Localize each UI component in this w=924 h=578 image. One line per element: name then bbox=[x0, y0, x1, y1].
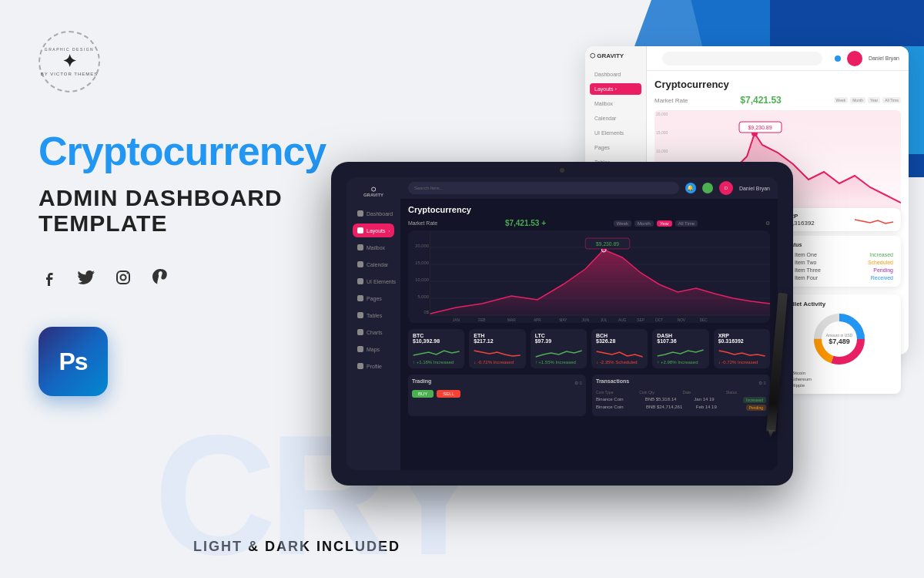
xrp-mini-chart bbox=[718, 346, 765, 360]
ltc-change: ↑ +1.55% Increased bbox=[535, 360, 582, 365]
sidebar-label-charts: Charts bbox=[367, 330, 383, 335]
tab-year[interactable]: Year bbox=[657, 220, 672, 227]
svg-text:$9,230.89: $9,230.89 bbox=[748, 125, 772, 130]
sidebar-item-calendar[interactable]: Calendar bbox=[353, 257, 394, 271]
sidebar-item-mailbox[interactable]: Mailbox bbox=[353, 240, 394, 254]
pages-icon bbox=[357, 295, 363, 301]
sidebar-item-profile[interactable]: Profile bbox=[353, 359, 394, 373]
social-pinterest[interactable] bbox=[149, 267, 171, 288]
photoshop-circle: Ps bbox=[38, 327, 108, 396]
notif-dot-icon[interactable] bbox=[702, 183, 713, 193]
social-instagram[interactable] bbox=[112, 267, 134, 288]
light-search[interactable] bbox=[662, 52, 822, 66]
sidebar-item-tables[interactable]: Tables bbox=[353, 308, 394, 322]
light-nav-ui[interactable]: UI Elements bbox=[590, 127, 641, 139]
light-tab-month[interactable]: Month bbox=[850, 97, 865, 103]
sidebar-item-ui[interactable]: UI Elements bbox=[353, 274, 394, 288]
eth-symbol: ETH bbox=[474, 333, 521, 338]
search-placeholder: Search here... bbox=[414, 186, 444, 190]
bch-change: ↓ -2.35% Scheduled bbox=[596, 360, 643, 365]
svg-text:$9,230.89: $9,230.89 bbox=[596, 241, 619, 247]
light-nav-layouts[interactable]: Layouts › bbox=[590, 83, 641, 95]
chart-y-20000: 20,000 bbox=[656, 112, 668, 116]
tables-icon bbox=[357, 312, 363, 318]
btc-change: ↑ +1.18% Increased bbox=[413, 360, 460, 365]
svg-text:DEC: DEC bbox=[700, 318, 708, 322]
light-tab-week[interactable]: Week bbox=[834, 97, 849, 103]
svg-text:SEP: SEP bbox=[637, 318, 644, 322]
tablet-inner: ⬡ GRAVITY Dashboard Layouts › Mailbox bbox=[346, 177, 778, 470]
sidebar-item-layouts[interactable]: Layouts › bbox=[353, 223, 394, 237]
svg-text:JUL: JUL bbox=[601, 318, 608, 322]
right-xrp-chart bbox=[855, 213, 893, 226]
ui-icon bbox=[357, 278, 363, 284]
light-nav-mailbox[interactable]: Mailbox bbox=[590, 98, 641, 109]
tab-month[interactable]: Month bbox=[634, 220, 654, 227]
dash-content: Cryptocurrency Market Rate $7,421.53 + W… bbox=[400, 199, 778, 470]
tablet-camera bbox=[560, 168, 564, 173]
tablet-sidebar: ⬡ GRAVITY Dashboard Layouts › Mailbox bbox=[346, 177, 400, 470]
sidebar-label-mailbox: Mailbox bbox=[367, 245, 385, 250]
social-facebook[interactable] bbox=[38, 267, 60, 288]
transactions-settings-icon[interactable]: ⚙ ≡ bbox=[758, 380, 766, 385]
buy-tab[interactable]: BUY bbox=[412, 390, 434, 398]
light-nav-pages[interactable]: Pages bbox=[590, 142, 641, 153]
coin-dash: DASH $107.36 ↑ +2.98% Increased bbox=[652, 329, 708, 368]
svg-text:5,000: 5,000 bbox=[417, 294, 429, 299]
donut-chart: Amount in USD $7,489 bbox=[812, 312, 866, 366]
donut-amount: $7,489 bbox=[829, 338, 850, 345]
sidebar-item-maps[interactable]: Maps bbox=[353, 342, 394, 356]
right-card-xrp1: XRP $0,316392 bbox=[778, 208, 901, 231]
light-market-row: Market Rate $7,421.53 Week Month Year Al… bbox=[654, 95, 901, 106]
status-list-card: Status Bin Item One Increased Bin Item T… bbox=[778, 236, 901, 287]
light-tab-year[interactable]: Year bbox=[868, 97, 880, 103]
brand-text-bottom: BY VICTOR THEMES bbox=[41, 72, 99, 76]
sidebar-item-charts[interactable]: Charts bbox=[353, 325, 394, 339]
status-list-title: Status bbox=[785, 242, 893, 247]
svg-text:JUN: JUN bbox=[582, 318, 590, 322]
bch-price: $326.28 bbox=[596, 338, 643, 344]
tab-week[interactable]: Week bbox=[614, 220, 631, 227]
col-coin-qty: Coin Qty bbox=[639, 390, 679, 395]
svg-text:0$: 0$ bbox=[424, 310, 429, 314]
light-nav-logo: ⬡ GRAVITY bbox=[590, 52, 641, 59]
light-notif-icon[interactable] bbox=[835, 55, 841, 62]
tablet-search[interactable]: Search here... bbox=[408, 182, 679, 194]
donut-center: Amount in USD $7,489 bbox=[812, 312, 866, 366]
svg-point-2 bbox=[127, 273, 129, 274]
sell-tab[interactable]: SELL bbox=[437, 390, 460, 398]
trans-date2: Feb 14 19 bbox=[696, 405, 743, 411]
sidebar-label-layouts: Layouts bbox=[367, 228, 386, 234]
charts-icon bbox=[357, 329, 363, 335]
light-nav-dashboard[interactable]: Dashboard bbox=[590, 69, 641, 80]
trading-settings-icon[interactable]: ⚙ ≡ bbox=[574, 380, 582, 385]
tab-alltime[interactable]: All Time bbox=[675, 220, 698, 227]
light-username: Daniel Bryan bbox=[869, 55, 899, 61]
ethereum-label: Ethereum bbox=[792, 377, 812, 381]
light-nav-calendar[interactable]: Calendar bbox=[590, 113, 641, 124]
chart-settings-icon[interactable]: ⚙ bbox=[765, 220, 770, 227]
trans-qty1: BNB $5,318.14 bbox=[645, 397, 691, 403]
dash-title: Cryptocurrency bbox=[408, 205, 770, 214]
sidebar-item-pages[interactable]: Pages bbox=[353, 291, 394, 305]
legend-ethereum: Ethereum bbox=[784, 377, 895, 381]
sidebar-item-dashboard[interactable]: Dashboard bbox=[353, 207, 394, 220]
tablet-avatar: D bbox=[719, 181, 733, 195]
trading-tabs: BUY SELL bbox=[412, 390, 582, 398]
sidebar-label-calendar: Calendar bbox=[367, 262, 388, 267]
dashboard-icon bbox=[357, 210, 363, 217]
donut-legend: Bitcoin Ethereum Ripple bbox=[784, 371, 895, 388]
coin-cards: BTC $10,392.98 ↑ +1.18% Increased ETH bbox=[408, 329, 770, 368]
btc-price: $10,392.98 bbox=[413, 338, 460, 344]
coin-xrp: XRP $0.316392 ↓ -0.72% Increased bbox=[714, 329, 770, 368]
legend-ripple: Ripple bbox=[784, 383, 895, 388]
xrp-change: ↓ -0.72% Increased bbox=[718, 360, 765, 365]
notif-bell-icon[interactable]: 🔔 bbox=[685, 183, 696, 193]
coin-ltc: LTC $97.39 ↑ +1.55% Increased bbox=[531, 329, 587, 368]
dash-symbol: DASH bbox=[657, 333, 704, 338]
bch-symbol: BCH bbox=[596, 333, 643, 338]
sidebar-label-maps: Maps bbox=[367, 347, 380, 352]
light-tab-alltime[interactable]: All Time bbox=[882, 97, 901, 103]
social-twitter[interactable] bbox=[75, 267, 97, 288]
bitcoin-label: Bitcoin bbox=[792, 371, 805, 375]
